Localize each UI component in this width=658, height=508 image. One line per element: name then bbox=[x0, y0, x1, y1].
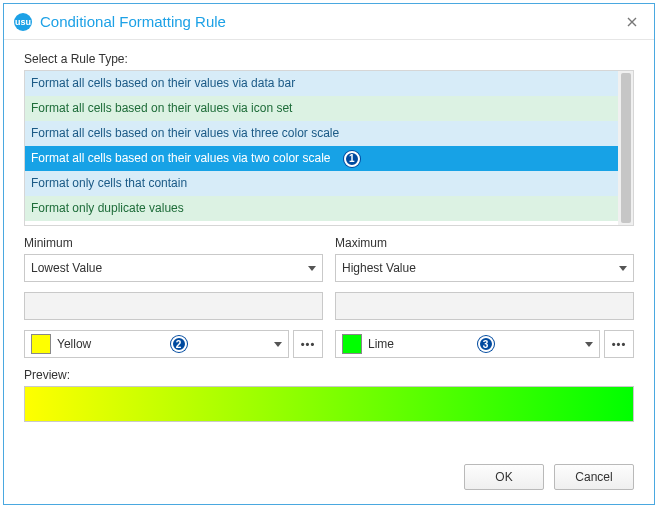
cancel-button[interactable]: Cancel bbox=[554, 464, 634, 490]
chevron-down-icon bbox=[585, 342, 593, 347]
titlebar: usu Conditional Formatting Rule bbox=[4, 4, 654, 40]
preview-gradient bbox=[24, 386, 634, 422]
ellipsis-icon: ••• bbox=[301, 338, 316, 350]
dialog-title: Conditional Formatting Rule bbox=[40, 13, 620, 30]
dialog-footer: OK Cancel bbox=[4, 464, 654, 504]
maximum-color-name: Lime bbox=[368, 337, 394, 351]
preview-label: Preview: bbox=[24, 368, 634, 382]
maximum-type-combo[interactable]: Highest Value bbox=[335, 254, 634, 282]
chevron-down-icon bbox=[308, 266, 316, 271]
minimum-color-row: Yellow 2 ••• bbox=[24, 330, 323, 358]
value-columns: Minimum Lowest Value Yellow 2 ••• bbox=[24, 236, 634, 368]
minimum-color-combo[interactable]: Yellow 2 bbox=[24, 330, 289, 358]
rule-type-item-label: Format all cells based on their values v… bbox=[31, 76, 295, 90]
minimum-color-more-button[interactable]: ••• bbox=[293, 330, 323, 358]
minimum-type-combo[interactable]: Lowest Value bbox=[24, 254, 323, 282]
maximum-value-input[interactable] bbox=[335, 292, 634, 320]
chevron-down-icon bbox=[619, 266, 627, 271]
maximum-column: Maximum Highest Value Lime 3 ••• bbox=[335, 236, 634, 368]
rule-type-item-label: Format all cells based on their values v… bbox=[31, 126, 339, 140]
maximum-type-value: Highest Value bbox=[342, 261, 416, 275]
rule-type-scrollbar[interactable] bbox=[618, 71, 633, 225]
ok-button-label: OK bbox=[495, 470, 512, 484]
rule-type-list-inner: Format all cells based on their values v… bbox=[25, 71, 618, 225]
close-button[interactable] bbox=[620, 10, 644, 34]
close-icon bbox=[627, 17, 637, 27]
ok-button[interactable]: OK bbox=[464, 464, 544, 490]
rule-type-item[interactable]: Format all cells based on their values v… bbox=[25, 96, 618, 121]
minimum-color-name: Yellow bbox=[57, 337, 91, 351]
dialog-body: Select a Rule Type: Format all cells bas… bbox=[4, 40, 654, 464]
app-icon: usu bbox=[14, 13, 32, 31]
rule-type-item-label: Format all cells based on their values v… bbox=[31, 151, 330, 165]
rule-type-label: Select a Rule Type: bbox=[24, 52, 634, 66]
rule-type-item[interactable]: Format all cells based on their values v… bbox=[25, 71, 618, 96]
rule-type-item-label: Format all cells based on their values v… bbox=[31, 101, 292, 115]
scrollbar-thumb[interactable] bbox=[621, 73, 631, 223]
dialog-window: usu Conditional Formatting Rule Select a… bbox=[3, 3, 655, 505]
chevron-down-icon bbox=[274, 342, 282, 347]
rule-type-item[interactable]: Format only cells that contain bbox=[25, 171, 618, 196]
maximum-color-row: Lime 3 ••• bbox=[335, 330, 634, 358]
cancel-button-label: Cancel bbox=[575, 470, 612, 484]
ellipsis-icon: ••• bbox=[612, 338, 627, 350]
callout-3: 3 bbox=[478, 336, 494, 352]
rule-type-item[interactable]: Format only duplicate values bbox=[25, 196, 618, 221]
callout-2: 2 bbox=[171, 336, 187, 352]
rule-type-list: Format all cells based on their values v… bbox=[24, 70, 634, 226]
minimum-value-input[interactable] bbox=[24, 292, 323, 320]
rule-type-item-label: Format only duplicate values bbox=[31, 201, 184, 215]
maximum-color-combo[interactable]: Lime 3 bbox=[335, 330, 600, 358]
maximum-color-more-button[interactable]: ••• bbox=[604, 330, 634, 358]
maximum-label: Maximum bbox=[335, 236, 634, 250]
maximum-color-swatch bbox=[342, 334, 362, 354]
minimum-color-swatch bbox=[31, 334, 51, 354]
rule-type-item[interactable]: Format all cells based on their values v… bbox=[25, 121, 618, 146]
callout-1: 1 bbox=[344, 151, 360, 167]
minimum-type-value: Lowest Value bbox=[31, 261, 102, 275]
minimum-label: Minimum bbox=[24, 236, 323, 250]
minimum-column: Minimum Lowest Value Yellow 2 ••• bbox=[24, 236, 323, 368]
rule-type-item-label: Format only cells that contain bbox=[31, 176, 187, 190]
rule-type-item-selected[interactable]: Format all cells based on their values v… bbox=[25, 146, 618, 171]
